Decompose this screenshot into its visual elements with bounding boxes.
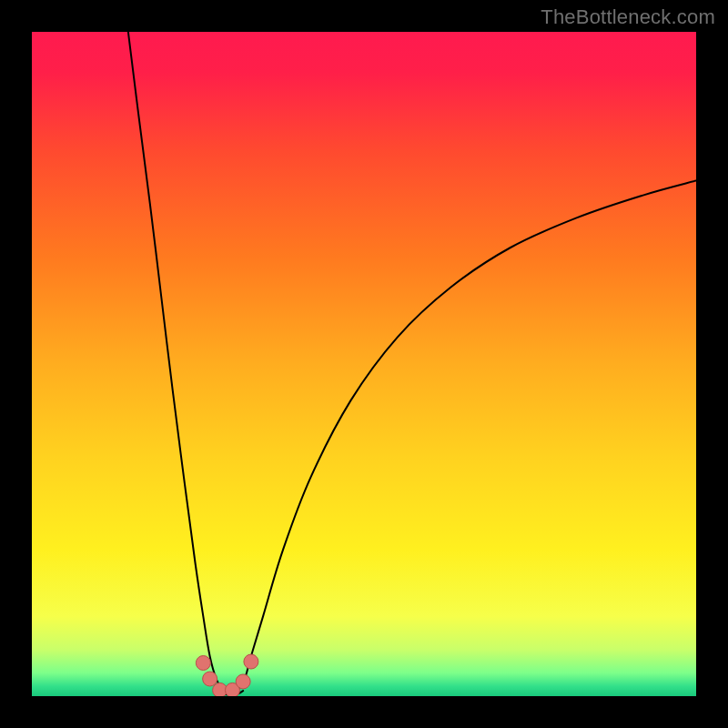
highlight-marker [244,654,258,669]
highlight-marker [236,674,250,689]
chart-stage: TheBottleneck.com [0,0,728,728]
highlight-marker [203,672,217,686]
highlight-marker [196,656,210,671]
plot-area [32,32,696,696]
watermark-text: TheBottleneck.com [541,5,715,29]
highlight-markers [32,32,696,696]
